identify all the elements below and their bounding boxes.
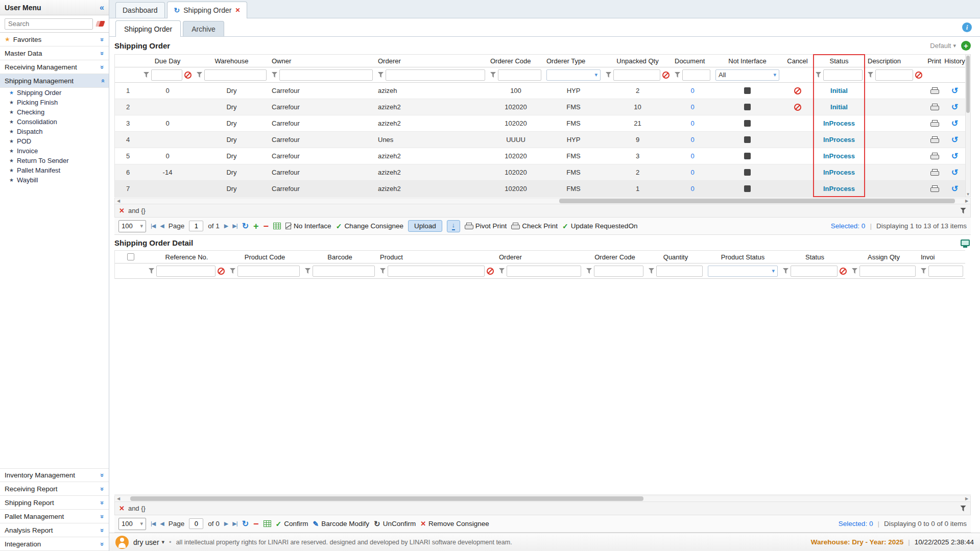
- filter-icon[interactable]: [197, 72, 202, 78]
- header-product[interactable]: Product: [377, 251, 496, 263]
- page-number-input[interactable]: [189, 221, 203, 231]
- filter-product-code-input[interactable]: [237, 266, 300, 277]
- subtab-archive[interactable]: Archive: [183, 21, 224, 36]
- filter-icon[interactable]: [921, 268, 926, 274]
- clear-filter-button[interactable]: ✕: [119, 505, 125, 512]
- header-document[interactable]: Document: [672, 55, 713, 67]
- document-count-link[interactable]: 0: [690, 136, 694, 143]
- pivot-print-button[interactable]: Pivot Print: [465, 222, 507, 230]
- sidebar-item-analysis-report[interactable]: Analysis Report »: [0, 523, 109, 537]
- scroll-right-arrow[interactable]: ▶: [963, 497, 970, 501]
- scroll-right-arrow[interactable]: ▶: [963, 199, 970, 203]
- filter-icon[interactable]: [649, 268, 654, 274]
- filter-icon[interactable]: [490, 72, 496, 78]
- sidebar-item-consolidation[interactable]: ★ Consolidation: [0, 117, 109, 127]
- print-icon[interactable]: [930, 153, 939, 159]
- filter-icon[interactable]: [852, 268, 857, 274]
- add-row-button[interactable]: +: [253, 222, 259, 231]
- filter-orderer-code-input[interactable]: [498, 69, 541, 81]
- next-page-button[interactable]: ▶: [224, 520, 228, 527]
- shipping-order-row[interactable]: 10DryCarrefourazizeh100HYP20Initial↺: [115, 83, 965, 99]
- update-requestedon-button[interactable]: ✓ Update RequestedOn: [562, 222, 637, 230]
- add-view-button[interactable]: +: [961, 41, 971, 51]
- filter-builder-icon[interactable]: [960, 208, 966, 214]
- barcode-modify-button[interactable]: ✎ Barcode Modify: [313, 520, 370, 528]
- history-icon[interactable]: ↺: [951, 87, 958, 95]
- filter-icon[interactable]: [586, 268, 592, 274]
- download-button[interactable]: ↓: [447, 220, 460, 232]
- filter-warehouse-input[interactable]: [204, 69, 267, 81]
- filter-description-input[interactable]: [875, 69, 913, 81]
- unconfirm-button[interactable]: ↻ UnConfirm: [374, 519, 416, 529]
- filter-icon[interactable]: [783, 268, 788, 274]
- sidebar-item-picking-finish[interactable]: ★ Picking Finish: [0, 98, 109, 107]
- history-icon[interactable]: ↺: [951, 136, 958, 144]
- scrollbar-track[interactable]: [122, 198, 963, 204]
- sidebar-item-receiving-report[interactable]: Receiving Report »: [0, 482, 109, 496]
- detail-horizontal-scrollbar[interactable]: ◀ ▶: [114, 495, 971, 502]
- first-page-button[interactable]: |◀: [151, 223, 155, 229]
- header-invoice[interactable]: Invoi: [918, 251, 966, 263]
- scroll-left-arrow[interactable]: ◀: [115, 199, 122, 203]
- filter-icon[interactable]: [144, 72, 149, 78]
- scrollbar-thumb[interactable]: [130, 496, 643, 501]
- filter-icon[interactable]: [230, 268, 235, 274]
- shipping-order-row[interactable]: 4DryCarrefourUnesUUUUHYP90InProcess↺: [115, 132, 965, 148]
- clear-filter-button[interactable]: ✕: [119, 207, 125, 214]
- header-description[interactable]: Description: [865, 55, 925, 67]
- prev-page-button[interactable]: ◀: [160, 520, 163, 527]
- sidebar-item-pod[interactable]: ★ POD: [0, 136, 109, 146]
- sidebar-item-integeration[interactable]: Integeration »: [0, 537, 109, 551]
- delete-row-button[interactable]: −: [253, 519, 259, 529]
- print-icon[interactable]: [930, 104, 939, 110]
- header-product-code[interactable]: Product Code: [227, 251, 302, 263]
- header-owner[interactable]: Owner: [269, 55, 375, 67]
- export-grid-button[interactable]: [264, 520, 271, 527]
- selected-count[interactable]: Selected: 0: [839, 520, 873, 528]
- document-count-link[interactable]: 0: [690, 169, 694, 176]
- history-icon[interactable]: ↺: [951, 103, 958, 111]
- filter-document-input[interactable]: [682, 69, 710, 81]
- not-interface-checkbox[interactable]: [744, 185, 751, 192]
- sidebar-item-master-data[interactable]: Master Data »: [0, 46, 109, 60]
- filter-orderer-input[interactable]: [507, 266, 581, 277]
- info-icon[interactable]: i: [962, 22, 972, 32]
- print-icon[interactable]: [930, 87, 939, 94]
- horizontal-scrollbar[interactable]: ◀ ▶: [114, 198, 971, 204]
- header-barcode[interactable]: Barcode: [302, 251, 377, 263]
- shipping-order-row[interactable]: 50DryCarrefourazizeh2102020FMS30InProces…: [115, 148, 965, 164]
- filter-icon[interactable]: [380, 268, 386, 274]
- filter-invoice-input[interactable]: [928, 266, 963, 277]
- delete-row-button[interactable]: −: [264, 222, 269, 231]
- monitor-icon[interactable]: [961, 239, 970, 246]
- history-icon[interactable]: ↺: [951, 152, 958, 160]
- sidebar-item-checking[interactable]: ★ Checking: [0, 107, 109, 117]
- header-status[interactable]: Status: [780, 251, 849, 263]
- filter-clear-icon[interactable]: [218, 268, 225, 275]
- page-number-input[interactable]: [189, 518, 203, 529]
- filter-clear-icon[interactable]: [184, 71, 192, 79]
- sidebar-item-invoice[interactable]: ★ Invoice: [0, 146, 109, 156]
- history-icon[interactable]: ↺: [951, 185, 958, 193]
- view-selector[interactable]: Default ▾: [930, 42, 956, 50]
- page-size-select[interactable]: 100 ▾: [118, 220, 146, 232]
- scrollbar-thumb[interactable]: [966, 56, 970, 113]
- export-grid-button[interactable]: [273, 223, 281, 229]
- sidebar-item-pallet-management[interactable]: Pallet Management »: [0, 510, 109, 523]
- scrollbar-track[interactable]: [122, 496, 963, 501]
- header-not-interface[interactable]: Not Interface: [713, 55, 782, 67]
- filter-status-input[interactable]: [791, 266, 838, 277]
- sidebar-item-favorites[interactable]: ★ Favorites »: [0, 33, 109, 46]
- filter-quantity-input[interactable]: [656, 266, 703, 277]
- last-page-button[interactable]: ▶|: [232, 223, 237, 229]
- change-consignee-button[interactable]: ✓ Change Consignee: [336, 222, 403, 230]
- user-menu[interactable]: dry user ▾: [133, 538, 164, 546]
- filter-reference-no-input[interactable]: [156, 266, 216, 277]
- no-interface-button[interactable]: No Interface: [285, 222, 331, 230]
- sidebar-item-waybill[interactable]: ★ Waybill: [0, 175, 109, 185]
- shipping-order-row[interactable]: 6-14DryCarrefourazizeh2102020FMS20InProc…: [115, 164, 965, 181]
- document-count-link[interactable]: 0: [690, 103, 694, 111]
- tab-dashboard[interactable]: Dashboard: [115, 2, 165, 18]
- filter-icon[interactable]: [272, 72, 277, 78]
- filter-clear-icon[interactable]: [840, 268, 847, 275]
